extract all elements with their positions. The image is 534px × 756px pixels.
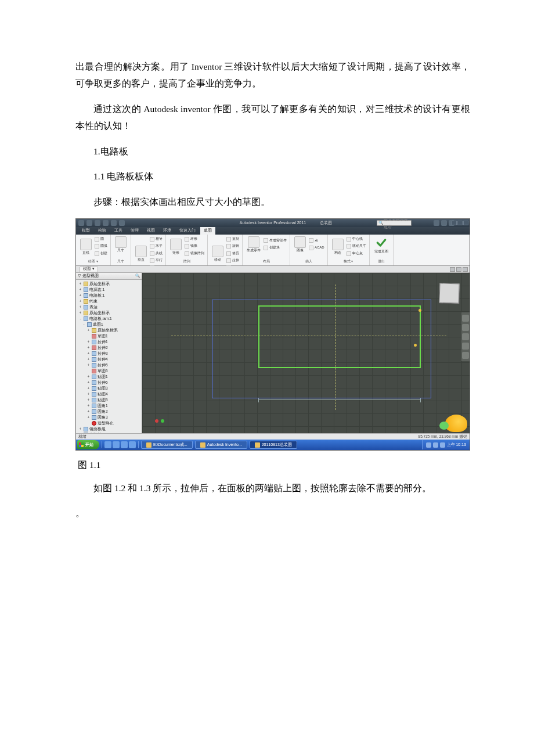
ql-icon[interactable] xyxy=(113,441,120,448)
ribbon-button-平行[interactable]: 平行 xyxy=(150,257,163,264)
ribbon-button-镜像[interactable]: 镜像 xyxy=(185,243,204,249)
graphics-canvas[interactable] xyxy=(142,273,470,433)
tree-twisty-icon[interactable]: + xyxy=(86,362,91,369)
ribbon-button-label: 创建 xyxy=(100,250,107,257)
ribbon-button-构造[interactable]: 构造 xyxy=(331,238,345,255)
ribbon-button-垂直[interactable]: 垂直 xyxy=(134,245,148,262)
tray-icon[interactable] xyxy=(440,442,445,448)
qat-open-icon[interactable] xyxy=(111,220,117,226)
star-icon[interactable] xyxy=(441,220,447,226)
ribbon-button-生成零件[interactable]: 生成零件 xyxy=(246,236,262,253)
finish-sketch-button[interactable] xyxy=(374,236,389,249)
ribbon-button-label: 图像 xyxy=(297,249,304,252)
maximize-button[interactable] xyxy=(457,221,463,225)
tree-twisty-icon[interactable]: + xyxy=(86,327,91,334)
ribbon-group-caption: 格式 ▾ xyxy=(331,258,366,265)
tree-node[interactable]: +原始坐标系 xyxy=(77,281,142,287)
ribbon-button-共线[interactable]: 共线 xyxy=(150,250,163,257)
ribbon-button-创建[interactable]: 创建 xyxy=(95,250,107,257)
start-button[interactable]: 开始 xyxy=(77,440,99,449)
tree-node[interactable]: +拉伸5 xyxy=(77,362,142,368)
taskbar-button-label: 20110813总装图 xyxy=(262,441,292,448)
tree-cube-icon xyxy=(87,322,92,327)
qat-print-icon[interactable] xyxy=(119,220,125,226)
tray-icon[interactable] xyxy=(426,442,431,448)
tree-node[interactable]: +约束 xyxy=(77,298,142,304)
ql-icon[interactable] xyxy=(121,441,128,448)
home-view-icon[interactable] xyxy=(462,315,469,322)
lookat-icon[interactable] xyxy=(462,352,469,359)
qat-save-icon[interactable] xyxy=(86,220,92,226)
ribbon-group-绘图: 直线圆圆弧创建绘图 ▾ xyxy=(76,235,111,265)
browser-mode-chip[interactable]: 模型 ▾ xyxy=(80,267,98,272)
圆-icon xyxy=(95,237,99,242)
ribbon-button-创建块[interactable]: 创建块 xyxy=(264,244,287,251)
quick-access-toolbar[interactable] xyxy=(76,220,125,226)
qat-redo-icon[interactable] xyxy=(103,220,109,226)
tree-twisty-icon[interactable]: - xyxy=(82,321,86,328)
ribbon-button-矩形[interactable]: 矩形 xyxy=(169,238,183,255)
ribbon-panel-area: 直线圆圆弧创建绘图 ▾尺寸尺寸垂直相等水平共线平行同心约束矩形环形镜像镜像阵列阵… xyxy=(76,235,470,266)
ribbon-button-圆[interactable]: 圆 xyxy=(95,236,107,242)
tree-node[interactable]: +原始坐标系 xyxy=(77,327,142,333)
filter-icon[interactable]: ▽ xyxy=(78,273,81,280)
qat-undo-icon[interactable] xyxy=(95,220,100,226)
browser-tree[interactable]: +原始坐标系+电源盘:1+电路板:1+约束+表达+原始坐标系-电路板.iam:1… xyxy=(76,280,142,433)
tree-node[interactable]: +电源盘:1 xyxy=(77,287,142,293)
ribbon-button-相等[interactable]: 相等 xyxy=(150,236,163,242)
sketch-rectangle[interactable] xyxy=(258,305,421,368)
browser-header: ▽ 选型视图 🔍 xyxy=(76,273,142,280)
ribbon-button-ACAD[interactable]: ACAD xyxy=(309,244,324,251)
mdi-close-button[interactable] xyxy=(463,267,468,272)
ribbon-button-驱动尺寸[interactable]: 驱动尺寸 xyxy=(347,243,366,249)
browser-search-icon[interactable]: 🔍 xyxy=(135,273,140,280)
ribbon-button-直线[interactable]: 直线 xyxy=(79,238,93,255)
dimension-line[interactable] xyxy=(258,399,421,405)
ribbon-button-旋转[interactable]: 旋转 xyxy=(226,243,239,249)
ql-icon[interactable] xyxy=(129,441,136,448)
ribbon-button-完成草图[interactable]: 完成草图 xyxy=(373,236,390,254)
model-browser[interactable]: ▽ 选型视图 🔍 +原始坐标系+电源盘:1+电路板:1+约束+表达+原始坐标系-… xyxy=(76,273,142,433)
ql-icon[interactable] xyxy=(104,441,111,448)
tray-icon[interactable] xyxy=(433,442,438,448)
help-search-input[interactable]: 🔍 键入关键字或短语 xyxy=(377,220,412,226)
ribbon-button-点[interactable]: 点 xyxy=(309,237,324,244)
ribbon-button-移动[interactable]: 移动 xyxy=(211,245,225,262)
qat-app-icon[interactable] xyxy=(78,220,84,226)
ribbon-button-尺寸[interactable]: 尺寸 xyxy=(114,236,128,253)
taskbar-button[interactable]: 20110813总装图 xyxy=(250,441,297,449)
ribbon-button-label: 点 xyxy=(315,237,318,244)
ribbon-button-修剪[interactable]: 修剪 xyxy=(226,250,239,257)
ribbon-button-镜像阵列[interactable]: 镜像阵列 xyxy=(185,250,204,257)
ribbon-button-水平[interactable]: 水平 xyxy=(150,243,163,249)
tree-node[interactable]: 造型终止 xyxy=(77,420,142,426)
mdi-maximize-button[interactable] xyxy=(456,267,461,272)
ribbon-button-中心点[interactable]: 中心点 xyxy=(347,250,366,257)
close-button[interactable] xyxy=(463,221,468,225)
taskbar-button[interactable]: E:\Documents\成... xyxy=(141,441,193,449)
ribbon-button-拉伸[interactable]: 拉伸 xyxy=(226,257,239,264)
ribbon-button-生成零部件[interactable]: 生成零部件 xyxy=(264,237,287,244)
minimize-button[interactable] xyxy=(452,221,457,225)
pan-icon[interactable] xyxy=(462,324,469,331)
tree-node[interactable]: +电路板:1 xyxy=(77,293,142,298)
orbit-icon[interactable] xyxy=(462,343,469,350)
ribbon-button-环形[interactable]: 环形 xyxy=(185,236,204,242)
ribbon-group-caption: 尺寸 xyxy=(114,258,128,265)
tree-cube-icon xyxy=(92,363,96,368)
ribbon-button-复制[interactable]: 复制 xyxy=(226,236,239,242)
ribbon-button-中心线[interactable]: 中心线 xyxy=(347,236,366,242)
mdi-minimize-button[interactable] xyxy=(450,267,455,272)
tree-twisty-icon[interactable]: + xyxy=(86,414,91,421)
tree-node[interactable]: -电路板.iam:1 xyxy=(77,316,142,322)
ribbon-button-label: 创建块 xyxy=(269,244,280,251)
taskbar-button[interactable]: Autodesk Invento... xyxy=(195,441,247,449)
zoom-icon[interactable] xyxy=(462,333,469,340)
browser-mode-label[interactable]: 选型视图 xyxy=(82,273,99,280)
view-cube[interactable] xyxy=(439,283,459,303)
info-icon[interactable] xyxy=(434,220,439,226)
ribbon-button-图像[interactable]: 图像 xyxy=(293,236,307,253)
ribbon-button-圆弧[interactable]: 圆弧 xyxy=(95,243,107,249)
tree-node[interactable]: +镜面板组 xyxy=(77,426,142,432)
ribbon-button-label: 生成零件 xyxy=(247,249,261,252)
